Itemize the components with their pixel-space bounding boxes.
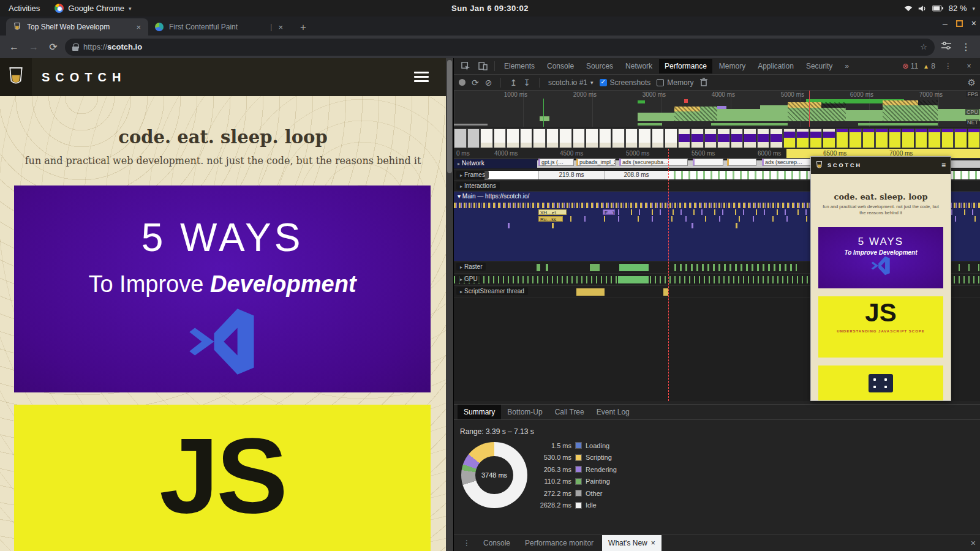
filmstrip-thumb[interactable] [573, 129, 586, 148]
scrollbar-thumb[interactable] [447, 60, 452, 173]
tab-event-log[interactable]: Event Log [590, 405, 636, 419]
filmstrip-thumb[interactable] [902, 129, 914, 148]
maximize-button[interactable] [956, 20, 963, 27]
filmstrip-thumb[interactable] [968, 129, 980, 148]
tab-call-tree[interactable]: Call Tree [549, 405, 590, 419]
filmstrip-thumb[interactable] [889, 129, 902, 148]
tab-console[interactable]: Console [541, 59, 579, 73]
warning-count-badge[interactable]: ▲ 8 [923, 62, 935, 70]
filmstrip-thumb[interactable] [625, 129, 638, 148]
filmstrip-thumb[interactable] [823, 129, 835, 148]
close-button[interactable]: × [971, 18, 976, 28]
address-bar[interactable]: https://scotch.io ☆ [65, 39, 935, 56]
filmstrip-thumb[interactable] [678, 129, 691, 148]
filmstrip-thumb[interactable] [599, 129, 612, 148]
page-scrollbar[interactable] [446, 58, 453, 551]
network-request[interactable]: pubads_impl_28… [576, 159, 616, 166]
timeline-overview[interactable]: 1000 ms 2000 ms 3000 ms 4000 ms 5000 ms … [454, 91, 980, 127]
tab-application[interactable]: Application [752, 59, 799, 73]
timeline-playhead[interactable] [668, 149, 669, 401]
frame-duration[interactable]: 208.8 ms [604, 171, 668, 179]
article-card-5-ways[interactable]: 5 WAYS To Improve Development [14, 186, 431, 392]
filmstrip-thumb[interactable] [915, 129, 928, 148]
filmstrip-thumb[interactable] [849, 129, 862, 148]
flame-event[interactable]: XH…e) [538, 209, 567, 215]
tab-security[interactable]: Security [801, 59, 838, 73]
tune-icon[interactable] [938, 42, 954, 53]
filmstrip-thumb[interactable] [704, 129, 717, 148]
filmstrip-thumb[interactable] [480, 129, 493, 148]
more-tabs-button[interactable]: » [839, 59, 854, 73]
minimize-button[interactable]: – [943, 18, 948, 28]
network-request[interactable]: ads (securep… [762, 159, 811, 166]
back-button[interactable]: ← [6, 42, 22, 53]
filmstrip-thumb[interactable] [928, 129, 941, 148]
network-request[interactable]: gpt.js (… [538, 159, 574, 166]
filmstrip-thumb[interactable] [612, 129, 625, 148]
drawer-tab-console[interactable]: Console [477, 535, 516, 551]
filmstrip-thumb[interactable] [691, 129, 704, 148]
app-menu[interactable]: Google Chrome ▾ [48, 4, 137, 13]
network-request[interactable] [693, 159, 723, 166]
browser-menu-icon[interactable]: ⋮ [958, 41, 974, 53]
new-tab-button[interactable]: + [295, 20, 311, 36]
profile-select[interactable]: scotch.io #1▾ [548, 78, 594, 87]
filmstrip-thumb[interactable] [954, 129, 967, 148]
filmstrip-thumb[interactable] [783, 129, 796, 148]
clock[interactable]: Sun Jan 6 09:30:02 [451, 4, 529, 13]
forward-button[interactable]: → [26, 42, 42, 53]
tab-close-icon[interactable]: × [277, 23, 284, 32]
filmstrip-thumb[interactable] [796, 129, 809, 148]
filmstrip-thumb[interactable] [731, 129, 744, 148]
flame-event[interactable]: E…) [603, 209, 615, 215]
scotch-logo[interactable] [0, 58, 32, 96]
filmstrip-thumb[interactable] [875, 129, 888, 148]
tab-performance[interactable]: Performance [659, 59, 712, 73]
filmstrip-thumb[interactable] [810, 129, 823, 148]
site-brand[interactable]: SCOTCH [42, 70, 126, 84]
filmstrip-thumb[interactable] [533, 129, 546, 148]
reload-button[interactable]: ⟳ [45, 41, 61, 53]
load-profile-icon[interactable]: ↥ [510, 78, 517, 87]
reload-and-record-icon[interactable]: ⟳ [472, 78, 479, 87]
drawer-menu-icon[interactable]: ⋮ [459, 537, 475, 549]
devtools-menu-icon[interactable]: ⋮ [940, 60, 956, 72]
flame-event[interactable]: Ru…ks [538, 216, 563, 222]
browser-tab-scotch[interactable]: Top Shelf Web Developm × [6, 18, 148, 36]
filmstrip[interactable] [454, 127, 980, 149]
tab-sources[interactable]: Sources [581, 59, 619, 73]
filmstrip-thumb[interactable] [520, 129, 533, 148]
filmstrip-thumb[interactable] [638, 129, 651, 148]
filmstrip-thumb[interactable] [744, 129, 756, 148]
garbage-collect-icon[interactable] [700, 78, 707, 88]
bookmark-star-icon[interactable]: ☆ [920, 42, 927, 51]
devtools-close-icon[interactable]: × [961, 60, 977, 72]
filmstrip-thumb[interactable] [652, 129, 665, 148]
tab-bottom-up[interactable]: Bottom-Up [501, 405, 548, 419]
drawer-tab-performance-monitor[interactable]: Performance monitor [519, 535, 600, 551]
system-tray[interactable]: 82 % ▾ [904, 4, 975, 13]
filmstrip-thumb[interactable] [757, 129, 770, 148]
filmstrip-thumb[interactable] [836, 129, 849, 148]
error-count-badge[interactable]: ⊗ 11 [902, 62, 918, 70]
filmstrip-thumb[interactable] [546, 129, 559, 148]
lock-icon[interactable] [72, 43, 78, 51]
device-toolbar-icon[interactable] [475, 60, 491, 72]
filmstrip-thumb[interactable] [494, 129, 507, 148]
tab-summary[interactable]: Summary [458, 405, 501, 419]
capture-settings-icon[interactable]: ⚙ [968, 78, 976, 87]
tab-memory[interactable]: Memory [714, 59, 751, 73]
clear-recording-icon[interactable]: ⊘ [485, 78, 492, 87]
activities-button[interactable]: Activities [0, 4, 48, 13]
record-button[interactable] [459, 79, 466, 86]
tab-network[interactable]: Network [620, 59, 658, 73]
tab-close-icon[interactable]: × [135, 23, 142, 32]
filmstrip-thumb[interactable] [717, 129, 730, 148]
filmstrip-thumb[interactable] [770, 129, 783, 148]
memory-checkbox[interactable]: Memory [657, 78, 693, 87]
inspect-element-icon[interactable] [458, 60, 473, 72]
filmstrip-thumb[interactable] [467, 129, 480, 148]
screenshots-checkbox[interactable]: Screenshots [600, 78, 651, 87]
article-card-js[interactable]: JS [14, 405, 431, 551]
filmstrip-thumb[interactable] [862, 129, 875, 148]
